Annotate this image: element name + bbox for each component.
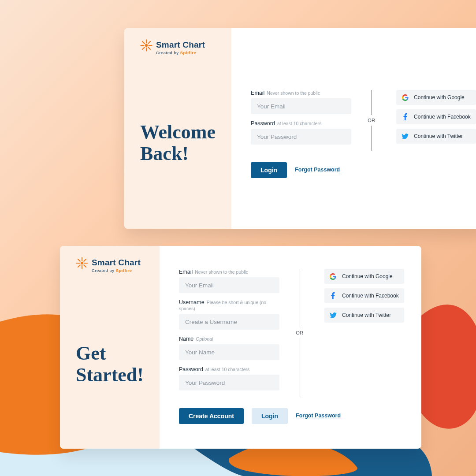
email-input[interactable] <box>179 277 279 293</box>
login-side-panel: Smart Chart Created by Spitfire Welcome … <box>124 28 231 229</box>
facebook-icon <box>330 292 337 299</box>
login-social: Continue with Google Continue with Faceb… <box>396 90 476 151</box>
or-label: OR <box>367 115 376 126</box>
forgot-password-link[interactable]: Forgot Password <box>296 413 341 420</box>
signup-social: Continue with Google Continue with Faceb… <box>324 269 404 397</box>
login-divider: OR <box>363 90 380 151</box>
signup-divider: OR <box>291 269 309 397</box>
username-input[interactable] <box>179 314 279 330</box>
logo-star-icon <box>76 257 88 270</box>
svg-line-14 <box>84 265 86 267</box>
brand-logo: Smart Chart Created by Spitfire <box>76 257 144 273</box>
google-icon <box>330 273 337 280</box>
password-input[interactable] <box>251 129 351 145</box>
login-card: Smart Chart Created by Spitfire Welcome … <box>124 28 476 229</box>
login-content: EmailNever shown to the public Passworda… <box>231 28 476 229</box>
login-button[interactable]: Login <box>252 408 288 424</box>
create-account-button[interactable]: Create Account <box>179 408 244 424</box>
signup-content: EmailNever shown to the public UsernameP… <box>160 246 421 449</box>
svg-line-15 <box>84 259 86 261</box>
svg-line-7 <box>142 47 145 49</box>
continue-google-button[interactable]: Continue with Google <box>324 269 404 284</box>
continue-twitter-button[interactable]: Continue with Twitter <box>324 308 404 323</box>
twitter-icon <box>330 312 337 318</box>
forgot-password-link[interactable]: Forgot Password <box>295 167 340 174</box>
continue-twitter-button[interactable]: Continue with Twitter <box>396 129 476 144</box>
name-input[interactable] <box>179 344 279 360</box>
continue-facebook-button[interactable]: Continue with Facebook <box>396 109 476 124</box>
facebook-icon <box>402 113 409 120</box>
brand-byline: Created by Spitfire <box>92 268 141 273</box>
brand-byline: Created by Spitfire <box>156 50 205 55</box>
password-label: Passwordat least 10 characters <box>179 366 279 372</box>
svg-line-6 <box>148 41 150 44</box>
svg-point-17 <box>81 262 83 264</box>
twitter-icon <box>402 134 409 139</box>
signup-side-panel: Smart Chart Created by Spitfire Get Star… <box>60 246 160 449</box>
email-label: EmailNever shown to the public <box>251 90 351 96</box>
email-input[interactable] <box>251 98 351 114</box>
signup-title: Get Started! <box>76 342 144 386</box>
username-label: UsernamePlease be short & unique (no spa… <box>179 299 279 312</box>
login-button[interactable]: Login <box>251 162 287 178</box>
password-input[interactable] <box>179 375 279 390</box>
svg-line-5 <box>148 47 150 49</box>
brand-name: Smart Chart <box>156 40 205 50</box>
brand-logo: Smart Chart Created by Spitfire <box>140 39 216 55</box>
svg-line-13 <box>78 259 80 261</box>
svg-line-16 <box>78 265 80 267</box>
email-label: EmailNever shown to the public <box>179 269 279 275</box>
signup-form: EmailNever shown to the public UsernameP… <box>179 269 279 397</box>
svg-point-8 <box>145 44 148 47</box>
signup-card: Smart Chart Created by Spitfire Get Star… <box>60 246 421 449</box>
login-form: EmailNever shown to the public Passworda… <box>251 90 351 151</box>
svg-line-4 <box>142 41 145 44</box>
google-icon <box>402 94 409 101</box>
continue-google-button[interactable]: Continue with Google <box>396 90 476 105</box>
logo-star-icon <box>140 39 152 52</box>
continue-facebook-button[interactable]: Continue with Facebook <box>324 288 404 303</box>
password-label: Passwordat least 10 characters <box>251 120 351 126</box>
or-label: OR <box>295 327 305 338</box>
brand-name: Smart Chart <box>92 258 141 268</box>
name-label: NameOptional <box>179 336 279 342</box>
login-title: Welcome Back! <box>140 121 216 165</box>
